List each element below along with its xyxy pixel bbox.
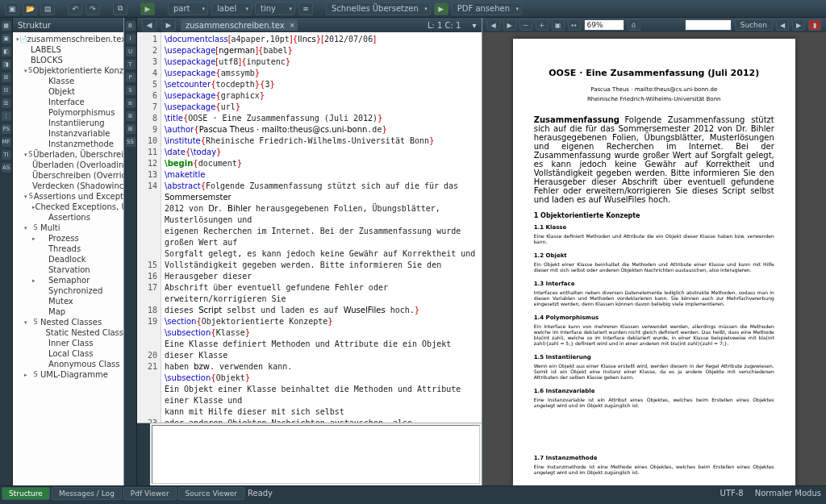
status-tab-messages[interactable]: Messages / Log (52, 487, 122, 500)
pdf-page: OOSE · Eine Zusammenfassung (Juli 2012) … (513, 39, 795, 485)
tree-node[interactable]: Instantiierung (13, 118, 123, 128)
tree-node[interactable]: Local Class (13, 348, 123, 359)
viewpdf-combo[interactable]: PDF ansehen (452, 2, 522, 15)
tool-icon[interactable]: AS (2, 163, 11, 173)
pdf-search-input[interactable] (685, 19, 732, 31)
tool-icon[interactable]: MF (2, 137, 11, 147)
tool-icon[interactable]: T (126, 60, 136, 69)
pdf-subsection: 1.7 Instanzmethode (534, 455, 774, 461)
print-icon[interactable]: ⎙ (628, 19, 640, 31)
tool-icon[interactable]: TI (2, 150, 11, 160)
tool-icon[interactable]: ◧ (2, 47, 11, 56)
tool-icon[interactable]: SS (126, 137, 136, 147)
status-tab-structure[interactable]: Structure (2, 487, 50, 500)
pdf-subsection: 1.3 Interface (534, 281, 774, 287)
tree-node[interactable]: ▸Checked Exceptions, U (13, 202, 123, 212)
tree-node[interactable]: ▸Prozess (13, 233, 123, 244)
pdf-subsection: 1.4 Polymorphismus (534, 314, 774, 321)
tree-node[interactable]: Überschreiben (Overric (13, 170, 123, 181)
zoom-out-icon[interactable]: − (519, 19, 532, 31)
tab-nav-left-icon[interactable]: ◀ (142, 19, 156, 31)
prev-page-icon[interactable]: ◀ (487, 19, 500, 31)
structure-tree[interactable]: ▾📄zusammenschreiben.texLABELSBLOCKS▾SObj… (13, 32, 123, 485)
tool-icon[interactable]: P (126, 73, 136, 82)
tree-node[interactable]: Interface (13, 97, 123, 107)
tool-icon[interactable]: ▣ (2, 34, 11, 44)
status-tab-sourceviewer[interactable]: Source Viewer (178, 487, 244, 500)
open-icon[interactable]: 📂 (23, 2, 37, 15)
tree-node[interactable]: ▾SAssertions und Except (13, 191, 123, 202)
left-icon[interactable]: ≡ (298, 2, 313, 15)
tree-node[interactable]: Starvation (13, 264, 123, 275)
pdf-section: 1 Objektorientierte Konzepte (534, 212, 774, 219)
editor-tab[interactable]: zusammenschreiben.tex × (181, 19, 298, 31)
tree-node[interactable]: Static Nested Class (13, 327, 123, 338)
tree-node[interactable]: ▾SNested Classes (13, 317, 123, 327)
pdf-search-button[interactable]: Suchen (735, 19, 773, 31)
tool-icon[interactable]: ▦ (2, 21, 11, 31)
tool-icon[interactable]: PS (2, 124, 11, 134)
tool-icon[interactable]: S (126, 85, 136, 95)
build-icon[interactable]: ▶ (140, 2, 155, 15)
pdf-text: Ein Interface kann von mehreren Klassen … (534, 323, 774, 346)
tool-icon[interactable]: ≡ (126, 98, 136, 108)
new-icon[interactable]: ▣ (5, 2, 19, 15)
close-preview-icon[interactable]: ▮ (808, 19, 821, 31)
tree-node[interactable]: ▾SObjektorientierte Konz (13, 65, 123, 76)
zoom-in-icon[interactable]: + (536, 19, 549, 31)
status-tab-pdfviewer[interactable]: Pdf Viewer (123, 487, 177, 500)
tree-node[interactable]: Klasse (13, 76, 123, 86)
fit-icon[interactable]: ▣ (552, 19, 565, 31)
label-combo[interactable]: label (211, 2, 252, 15)
search-prev-icon[interactable]: ◀ (776, 19, 789, 31)
tree-node[interactable]: Instanzmethode (13, 139, 123, 149)
tool-icon[interactable]: ⊞ (126, 124, 136, 134)
tool-icon[interactable]: ⊟ (2, 85, 11, 95)
code-editor[interactable]: \documentclass[a4paper,10pt]{llncs}[2012… (161, 32, 482, 423)
tool-icon[interactable]: ⋮ (2, 111, 11, 121)
save-icon[interactable]: ▤ (40, 2, 55, 15)
tree-node[interactable]: ▾SÜberladen, Überschrei (13, 149, 123, 160)
tool-icon[interactable]: ☰ (2, 98, 11, 108)
tree-node[interactable]: ▸SUML-Diagramme (13, 369, 123, 380)
underline-icon[interactable]: U (126, 47, 136, 56)
part-combo[interactable]: part (168, 2, 208, 15)
tree-node[interactable]: Anonymous Class (13, 359, 123, 369)
tree-node[interactable]: Polymorphismus (13, 107, 123, 118)
copy-icon[interactable]: ⧉ (113, 2, 127, 15)
tree-node[interactable]: ▾SMulti (13, 223, 123, 233)
tree-node[interactable]: Objekt (13, 86, 123, 97)
tree-node[interactable]: Threads (13, 244, 123, 254)
tree-node[interactable]: Synchronized (13, 285, 123, 296)
pdf-subsection: 1.6 Instanzvariable (534, 388, 774, 394)
log-output[interactable] (152, 425, 480, 484)
tree-node[interactable]: Assertions (13, 212, 123, 223)
tool-icon[interactable]: ◨ (2, 60, 11, 69)
tab-menu-icon[interactable]: ▾ (472, 21, 476, 30)
tree-node[interactable]: Instanzvariable (13, 128, 123, 139)
tiny-combo[interactable]: tiny (255, 2, 295, 15)
search-next-icon[interactable]: ▶ (792, 19, 805, 31)
fit-width-icon[interactable]: ↔ (568, 19, 581, 31)
tree-node[interactable]: ▸Semaphor (13, 275, 123, 285)
undo-icon[interactable]: ↶ (68, 2, 82, 15)
tree-node[interactable]: Map (13, 306, 123, 317)
close-icon[interactable]: × (290, 22, 295, 29)
tree-node[interactable]: Mutex (13, 296, 123, 306)
tree-node[interactable]: Verdecken (Shadowinc (13, 181, 123, 191)
zoom-level[interactable]: 69% (584, 19, 624, 31)
next-page-icon[interactable]: ▶ (503, 19, 516, 31)
tool-icon[interactable]: ≣ (126, 111, 136, 121)
translate-combo[interactable]: Schnelles Übersetzen (326, 2, 431, 15)
run-icon[interactable]: ▶ (434, 2, 448, 15)
pdf-title: OOSE · Eine Zusammenfassung (Juli 2012) (534, 68, 774, 78)
tree-node[interactable]: Überladen (Overloadin (13, 160, 123, 170)
tab-nav-right-icon[interactable]: ▶ (161, 19, 176, 31)
bold-icon[interactable]: B (126, 21, 136, 31)
tree-node[interactable]: Inner Class (13, 338, 123, 348)
italic-icon[interactable]: I (126, 34, 136, 44)
tool-icon[interactable]: ⊞ (2, 73, 11, 82)
pdf-viewport[interactable]: OOSE · Eine Zusammenfassung (Juli 2012) … (482, 32, 827, 485)
tree-node[interactable]: Deadlock (13, 254, 123, 264)
redo-icon[interactable]: ↷ (86, 2, 100, 15)
